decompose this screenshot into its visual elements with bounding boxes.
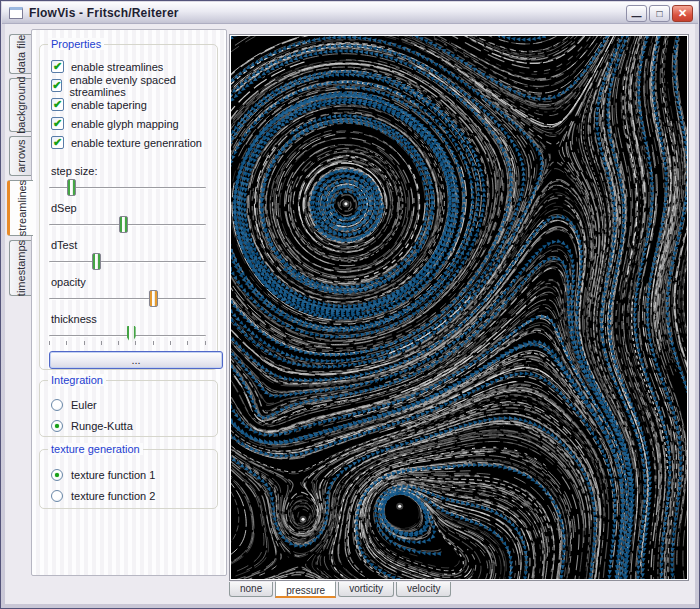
tab-label: vorticity [349,583,383,594]
tab-label: velocity [407,583,440,594]
integration-groupbox: Integration Euler Runge-Kutta [39,380,218,437]
checkbox-enable-tapering[interactable]: ✔ enable tapering [51,95,212,114]
checkbox-label[interactable]: enable texture genenration [71,137,202,149]
radio-icon[interactable] [51,399,63,411]
side-tab-bar: data file background arrows streamlines … [7,34,33,296]
slider-thumb[interactable] [119,216,128,233]
radio-icon[interactable] [51,469,63,481]
tab-arrows[interactable]: arrows [9,136,31,176]
radio-euler[interactable]: Euler [51,394,212,415]
slider-thumb[interactable] [67,179,76,196]
maximize-icon: □ [656,8,662,19]
minimize-icon: — [632,11,642,22]
checkbox-label[interactable]: enable tapering [71,99,147,111]
slider-thumb[interactable] [92,253,101,270]
checkbox-icon[interactable]: ✔ [51,98,64,111]
radio-runge-kutta[interactable]: Runge-Kutta [51,415,212,436]
minimize-button[interactable]: — [626,5,647,22]
checkbox-enable-glyph-mapping[interactable]: ✔ enable glyph mapping [51,114,212,133]
checkbox-label[interactable]: enable streamlines [71,61,163,73]
more-options-button[interactable]: ... [49,351,223,369]
app-icon[interactable] [9,7,23,19]
slider-stack: step size: dSep dTest opacity thickness … [47,165,208,369]
flow-canvas [231,36,687,579]
tab-label: streamlines [16,180,28,236]
groupbox-title: Integration [48,374,106,386]
radio-label[interactable]: Euler [71,399,97,411]
tab-label: background [15,76,27,134]
properties-groupbox: Properties ✔ enable streamlines ✔ enable… [39,44,218,370]
tab-label: none [240,583,262,594]
tab-label: timestamps [15,240,27,296]
tab-label: data file [15,35,27,74]
tab-timestamps[interactable]: timestamps [9,240,31,296]
tab-velocity[interactable]: velocity [396,582,451,597]
tab-vorticity[interactable]: vorticity [338,582,394,597]
dtest-slider[interactable] [49,261,206,263]
tab-pressure[interactable]: pressure [275,581,336,598]
checkbox-icon[interactable]: ✔ [51,79,62,92]
checkbox-icon[interactable]: ✔ [51,60,64,73]
tab-data-file[interactable]: data file [9,34,31,74]
close-button[interactable]: ✕ [672,5,693,22]
radio-label[interactable]: Runge-Kutta [71,420,133,432]
thickness-tick-marks [49,341,206,345]
opacity-slider[interactable] [49,298,206,300]
title-bar[interactable]: FlowVis - Fritsch/Reiterer — □ ✕ [2,2,698,24]
texture-generation-groupbox: texture generation texture function 1 te… [39,449,218,509]
step-size-slider[interactable] [49,187,206,189]
slider-thumb[interactable] [149,290,158,307]
checkbox-enable-texture-generation[interactable]: ✔ enable texture genenration [51,133,212,152]
maximize-button[interactable]: □ [649,5,670,22]
tab-label: arrows [15,139,27,172]
groupbox-title: Properties [48,38,104,50]
radio-texture-function-1[interactable]: texture function 1 [51,464,212,485]
window-controls: — □ ✕ [626,5,693,22]
thickness-slider[interactable] [49,335,206,337]
slider-label-opacity: opacity [51,276,208,289]
slider-label-dtest: dTest [51,239,208,252]
slider-label-step-size: step size: [51,165,208,178]
checkbox-icon[interactable]: ✔ [51,136,64,149]
checkbox-label[interactable]: enable evenly spaced streamlines [69,74,212,98]
radio-icon[interactable] [51,420,63,432]
window-title: FlowVis - Fritsch/Reiterer [29,6,179,20]
tab-background[interactable]: background [9,78,31,132]
close-icon: ✕ [678,7,687,19]
checkbox-icon[interactable]: ✔ [51,117,64,130]
radio-icon[interactable] [51,490,63,502]
flow-visualization-frame [229,34,689,581]
radio-label[interactable]: texture function 1 [71,469,155,481]
client-area: data file background arrows streamlines … [5,24,695,604]
radio-texture-function-2[interactable]: texture function 2 [51,485,212,506]
slider-label-dsep: dSep [51,202,208,215]
streamlines-settings-panel: Properties ✔ enable streamlines ✔ enable… [31,29,227,576]
checkbox-enable-evenly-spaced[interactable]: ✔ enable evenly spaced streamlines [51,76,212,95]
radio-label[interactable]: texture function 2 [71,490,155,502]
tab-streamlines[interactable]: streamlines [7,180,33,236]
tab-label: pressure [286,585,325,596]
dsep-slider[interactable] [49,224,206,226]
tab-none[interactable]: none [229,582,273,597]
app-window: FlowVis - Fritsch/Reiterer — □ ✕ data fi… [0,0,700,609]
overlay-tab-bar: none pressure vorticity velocity [229,582,451,598]
slider-label-thickness: thickness [51,313,208,326]
groupbox-title: texture generation [48,443,143,455]
checkbox-label[interactable]: enable glyph mapping [71,118,179,130]
